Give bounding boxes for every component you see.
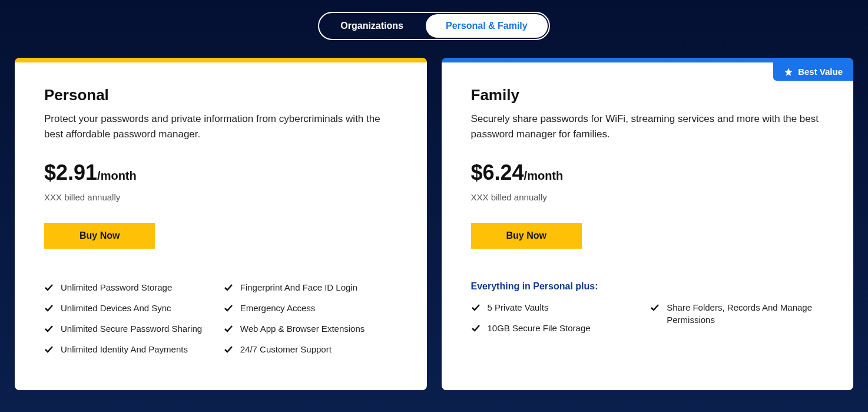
plan-price: $2.91/month	[44, 160, 397, 185]
feature-text: Unlimited Identity And Payments	[61, 343, 188, 355]
plus-label: Everything in Personal plus:	[471, 281, 824, 292]
check-icon	[224, 283, 233, 292]
feature-text: Web App & Browser Extensions	[240, 322, 365, 335]
tab-organizations[interactable]: Organizations	[319, 13, 425, 39]
pricing-cards-row: Personal Protect your passwords and priv…	[15, 58, 853, 390]
features-list: 5 Private Vaults 10GB Secure File Storag…	[471, 301, 824, 342]
check-icon	[224, 345, 233, 354]
plan-price: $6.24/month	[471, 160, 824, 185]
feature-text: 10GB Secure File Storage	[488, 322, 591, 334]
check-icon	[650, 303, 660, 312]
feature-text: Unlimited Devices And Sync	[61, 302, 171, 314]
feature-item: Unlimited Identity And Payments	[44, 343, 218, 355]
check-icon	[471, 303, 481, 312]
features-column-2: Share Folders, Records And Manage Permis…	[650, 301, 824, 342]
buy-now-button-family[interactable]: Buy Now	[471, 223, 582, 249]
star-icon	[784, 67, 793, 77]
check-icon	[471, 324, 481, 333]
best-value-badge: Best Value	[773, 62, 853, 81]
features-list: Unlimited Password Storage Unlimited Dev…	[44, 281, 397, 364]
feature-item: Unlimited Password Storage	[44, 281, 218, 294]
feature-text: Share Folders, Records And Manage Permis…	[667, 301, 824, 326]
feature-text: Emergency Access	[240, 302, 316, 314]
features-column-1: 5 Private Vaults 10GB Secure File Storag…	[471, 301, 645, 342]
feature-text: 24/7 Customer Support	[240, 343, 332, 355]
check-icon	[44, 283, 54, 292]
billing-note: XXX billed annually	[471, 192, 824, 202]
feature-item: 24/7 Customer Support	[224, 343, 397, 355]
plan-title: Family	[471, 86, 824, 104]
features-column-2: Fingerprint And Face ID Login Emergency …	[224, 281, 397, 364]
plan-description: Securely share passwords for WiFi, strea…	[471, 111, 824, 141]
feature-item: Unlimited Devices And Sync	[44, 302, 218, 314]
tab-personal-family[interactable]: Personal & Family	[426, 14, 548, 38]
price-period: /month	[97, 169, 137, 182]
plan-type-tabs: Organizations Personal & Family	[318, 12, 549, 40]
plan-title: Personal	[44, 86, 397, 104]
check-icon	[224, 324, 233, 334]
plan-card-personal: Personal Protect your passwords and priv…	[15, 58, 427, 390]
plan-description: Protect your passwords and private infor…	[44, 111, 397, 141]
tabs-container: Organizations Personal & Family	[15, 12, 853, 40]
feature-item: 10GB Secure File Storage	[471, 322, 645, 334]
feature-item: Unlimited Secure Password Sharing	[44, 322, 218, 335]
feature-item: Share Folders, Records And Manage Permis…	[650, 301, 824, 326]
feature-text: Unlimited Password Storage	[61, 281, 172, 294]
check-icon	[224, 304, 233, 313]
feature-item: Fingerprint And Face ID Login	[224, 281, 397, 294]
price-amount: $6.24	[471, 160, 524, 184]
feature-item: Emergency Access	[224, 302, 397, 314]
feature-text: Fingerprint And Face ID Login	[240, 281, 357, 294]
plan-card-family: Best Value Family Securely share passwor…	[442, 58, 854, 390]
feature-text: 5 Private Vaults	[488, 301, 549, 314]
buy-now-button-personal[interactable]: Buy Now	[44, 223, 155, 249]
feature-item: 5 Private Vaults	[471, 301, 645, 314]
billing-note: XXX billed annually	[44, 192, 397, 202]
price-amount: $2.91	[44, 160, 97, 184]
check-icon	[44, 324, 54, 334]
check-icon	[44, 345, 54, 354]
features-column-1: Unlimited Password Storage Unlimited Dev…	[44, 281, 218, 364]
price-period: /month	[524, 169, 564, 182]
feature-item: Web App & Browser Extensions	[224, 322, 397, 335]
feature-text: Unlimited Secure Password Sharing	[61, 322, 202, 335]
check-icon	[44, 304, 54, 313]
badge-text: Best Value	[798, 67, 843, 77]
